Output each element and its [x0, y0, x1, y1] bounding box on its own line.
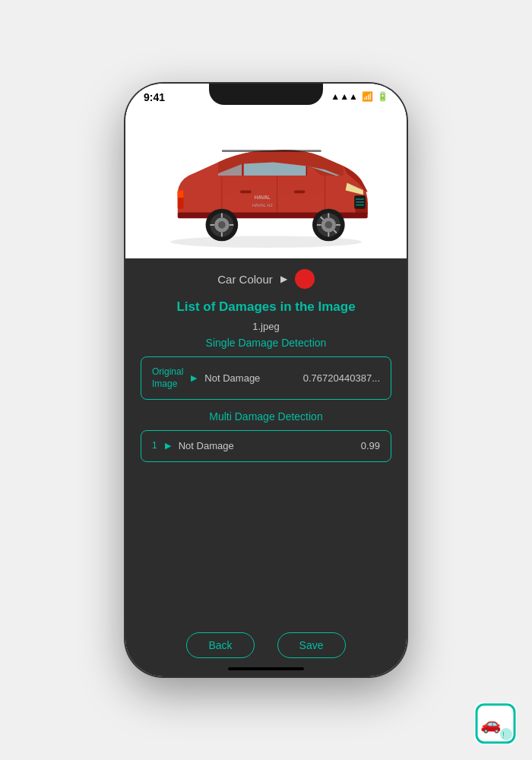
svg-point-16: [325, 221, 333, 229]
car-colour-row: Car Colour ▶: [141, 269, 391, 289]
svg-rect-8: [178, 190, 184, 198]
back-button[interactable]: Back: [186, 632, 254, 658]
car-colour-dot: [295, 269, 315, 289]
phone-wrapper: 9:41 ▲▲▲ 📶 🔋: [0, 0, 532, 760]
file-name: 1.jpeg: [141, 321, 391, 332]
phone-frame: 9:41 ▲▲▲ 📶 🔋: [125, 84, 407, 676]
dark-panel: Car Colour ▶ List of Damages in the Imag…: [125, 258, 407, 676]
single-detection-card: OriginalImage ▶ Not Damage 0.76720440387…: [141, 356, 391, 400]
app-logo: 🚗 !: [474, 702, 517, 745]
single-detection-score: 0.76720440387...: [303, 372, 380, 384]
svg-point-26: [218, 221, 226, 229]
svg-text:🚗: 🚗: [480, 714, 502, 734]
screen-content: 9:41 ▲▲▲ 📶 🔋: [125, 84, 407, 676]
multi-detection-card: 1 ▶ Not Damage 0.99: [141, 430, 391, 462]
svg-text:!: !: [502, 731, 505, 739]
home-indicator: [228, 667, 304, 670]
svg-rect-12: [222, 150, 321, 152]
multi-detection-arrow-icon: ▶: [165, 441, 171, 451]
svg-rect-10: [294, 190, 306, 193]
bottom-buttons: Back Save: [141, 620, 391, 666]
single-detection-arrow-icon: ▶: [191, 373, 197, 383]
status-icons: ▲▲▲ 📶 🔋: [331, 91, 388, 102]
battery-icon: 🔋: [377, 91, 388, 102]
multi-detection-label: 1: [152, 440, 157, 452]
single-detection-status: Not Damage: [204, 372, 295, 384]
car-colour-label: Car Colour: [217, 273, 273, 286]
svg-rect-9: [240, 190, 252, 193]
svg-text:HAVAL H2: HAVAL H2: [252, 202, 273, 207]
single-detection-title: Single Damage Detection: [141, 337, 391, 349]
multi-detection-status: Not Damage: [179, 440, 353, 451]
status-time: 9:41: [144, 91, 165, 103]
svg-text:HAVAL: HAVAL: [255, 195, 271, 200]
damages-section-title: List of Damages in the Image: [141, 299, 391, 315]
multi-detection-score: 0.99: [361, 440, 380, 451]
phone-notch: [209, 84, 323, 105]
single-detection-label: OriginalImage: [152, 366, 183, 390]
screen: 9:41 ▲▲▲ 📶 🔋: [125, 84, 407, 676]
car-image: HAVAL HAVAL H2: [125, 117, 407, 258]
signal-icon: ▲▲▲: [331, 91, 358, 102]
multi-detection-title: Multi Damage Detection: [141, 410, 391, 423]
save-button[interactable]: Save: [277, 632, 346, 658]
car-colour-arrow-icon: ▶: [280, 274, 287, 284]
wifi-icon: 📶: [362, 91, 373, 102]
